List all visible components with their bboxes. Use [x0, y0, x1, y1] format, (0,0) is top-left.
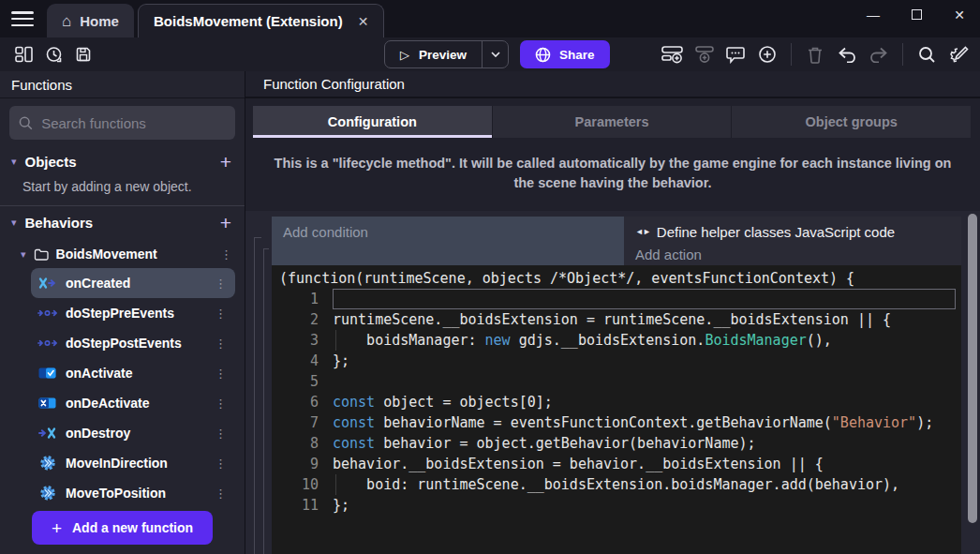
maximize-button[interactable]: [909, 7, 924, 22]
add-other-icon[interactable]: [755, 42, 780, 67]
add-function-button[interactable]: + Add a new function: [32, 511, 213, 545]
behavior-function-item[interactable]: MoveInDirection ⋮: [31, 448, 235, 478]
toolbar-divider: [791, 43, 792, 66]
tab-configuration[interactable]: Configuration: [253, 106, 493, 138]
code-line[interactable]: 3 boidsManager: new gdjs.__boidsExtensio…: [279, 330, 956, 351]
line-number: 8: [279, 433, 319, 454]
code-header-line: (function(runtimeScene, objects /*Object…: [279, 268, 956, 289]
kebab-menu-icon[interactable]: ⋮: [215, 397, 226, 411]
kebab-menu-icon[interactable]: ⋮: [215, 277, 226, 291]
lifecycle-step-icon: [37, 338, 57, 348]
add-action-link[interactable]: Add action: [635, 243, 950, 265]
preview-button-main[interactable]: ▷ Preview: [385, 41, 482, 67]
code-line[interactable]: 1: [279, 289, 956, 309]
redo-icon[interactable]: [867, 42, 891, 67]
add-behavior-button[interactable]: +: [220, 213, 231, 232]
function-item-label: doStepPostEvents: [66, 336, 206, 351]
search-functions-box[interactable]: [9, 106, 235, 140]
behavior-function-item[interactable]: onActivate ⋮: [31, 358, 235, 388]
function-item-label: MoveInDirection: [66, 456, 206, 471]
folder-icon: [34, 248, 49, 261]
code-line[interactable]: 11 };: [279, 495, 956, 516]
event-block: Add condition ◄► Define helper classes J…: [272, 217, 961, 265]
behavior-function-item[interactable]: MoveToPosition ⋮: [31, 478, 235, 503]
lifecycle-deactivate-icon: [37, 397, 57, 409]
lifecycle-destroy-icon: [37, 427, 57, 440]
save-icon[interactable]: [71, 42, 96, 67]
js-code-editor[interactable]: (function(runtimeScene, objects /*Object…: [272, 265, 961, 554]
code-line[interactable]: 8 const behavior = object.getBehavior(be…: [279, 433, 956, 454]
add-subevent-icon[interactable]: [691, 42, 716, 67]
minimize-button[interactable]: —: [866, 7, 881, 22]
close-tab-icon[interactable]: ✕: [358, 14, 369, 29]
chevron-down-icon[interactable]: ▾: [11, 156, 17, 168]
history-icon[interactable]: [41, 42, 66, 67]
tab-home[interactable]: ⌂ Home: [47, 4, 134, 37]
code-line[interactable]: 5: [279, 371, 956, 392]
event-indent-rail: [245, 211, 272, 554]
search-icon[interactable]: [914, 42, 939, 67]
kebab-menu-icon[interactable]: ⋮: [215, 427, 226, 441]
search-functions-input[interactable]: [41, 115, 226, 131]
kebab-menu-icon[interactable]: ⋮: [215, 457, 226, 471]
behaviors-section-label: Behaviors: [25, 215, 212, 231]
js-code-action[interactable]: ◄► Define helper classes JavaScript code: [635, 220, 950, 243]
close-window-button[interactable]: ✕: [952, 7, 967, 22]
preview-dropdown-button[interactable]: [482, 41, 508, 67]
share-button[interactable]: Share: [520, 40, 610, 68]
behavior-function-item[interactable]: doStepPostEvents ⋮: [31, 328, 235, 358]
add-event-icon[interactable]: [660, 42, 684, 67]
home-icon: ⌂: [62, 13, 71, 29]
functions-sidebar: Functions ▾ Objects + Start by adding a …: [0, 71, 245, 554]
add-condition-area[interactable]: Add condition: [272, 217, 624, 265]
function-item-label: MoveToPosition: [66, 486, 206, 501]
kebab-menu-icon[interactable]: ⋮: [215, 367, 226, 381]
line-number: 10: [279, 474, 319, 495]
add-comment-icon[interactable]: [723, 42, 748, 67]
project-manager-icon[interactable]: [11, 42, 36, 67]
events-scrollbar[interactable]: [968, 214, 977, 551]
behavior-function-item[interactable]: onDeActivate ⋮: [31, 388, 235, 418]
tab-extension[interactable]: BoidsMovement (Extension) ✕: [138, 4, 384, 37]
code-line[interactable]: 2 runtimeScene.__boidsExtension = runtim…: [279, 309, 956, 330]
undo-icon[interactable]: [835, 42, 859, 67]
plus-icon: +: [52, 519, 62, 537]
events-sheet: Add condition ◄► Define helper classes J…: [245, 211, 980, 554]
add-function-label: Add a new function: [72, 520, 193, 535]
lifecycle-created-icon: [37, 277, 57, 290]
behaviors-tree: ▾ BoidsMovement ⋮ onCreated ⋮ doStepPreE…: [0, 238, 245, 503]
window-controls: — ✕: [866, 7, 967, 22]
chevron-down-icon[interactable]: ▾: [21, 248, 26, 261]
share-label: Share: [559, 48, 595, 62]
objects-section-label: Objects: [25, 154, 212, 170]
chevron-down-icon[interactable]: ▾: [11, 217, 17, 229]
behavior-function-item[interactable]: onDestroy ⋮: [31, 418, 235, 448]
search-icon: [19, 115, 33, 131]
edit-extension-icon[interactable]: [946, 42, 971, 67]
line-number: 4: [279, 351, 319, 371]
code-line[interactable]: 6 const object = objects[0];: [279, 392, 956, 412]
kebab-menu-icon[interactable]: ⋮: [220, 247, 231, 262]
tab-parameters[interactable]: Parameters: [493, 106, 733, 138]
code-line[interactable]: 4 };: [279, 351, 956, 371]
toolbar: ▷ Preview Share: [0, 37, 980, 71]
code-line[interactable]: 10 boid: runtimeScene.__boidsExtension.b…: [279, 474, 956, 495]
behavior-function-item[interactable]: doStepPreEvents ⋮: [31, 298, 235, 328]
globe-icon: [535, 47, 551, 63]
behavior-function-item[interactable]: onCreated ⋮: [31, 268, 235, 298]
behaviors-section-header[interactable]: ▾ Behaviors +: [0, 206, 245, 238]
kebab-menu-icon[interactable]: ⋮: [215, 337, 226, 351]
scrollbar-thumb[interactable]: [968, 214, 977, 523]
behavior-folder-row[interactable]: ▾ BoidsMovement ⋮: [0, 240, 245, 268]
preview-button[interactable]: ▷ Preview: [384, 40, 509, 68]
kebab-menu-icon[interactable]: ⋮: [215, 307, 226, 321]
lifecycle-activate-icon: [37, 367, 57, 379]
code-line[interactable]: 7 const behaviorName = eventsFunctionCon…: [279, 412, 956, 433]
add-object-button[interactable]: +: [220, 152, 231, 172]
delete-icon[interactable]: [803, 42, 827, 67]
code-line[interactable]: 9 behavior.__boidsExtension = behavior._…: [279, 454, 956, 474]
kebab-menu-icon[interactable]: ⋮: [215, 487, 226, 501]
main-menu-button[interactable]: [11, 11, 34, 26]
tab-object-groups[interactable]: Object groups: [732, 106, 971, 138]
objects-section-header[interactable]: ▾ Objects +: [0, 145, 245, 177]
